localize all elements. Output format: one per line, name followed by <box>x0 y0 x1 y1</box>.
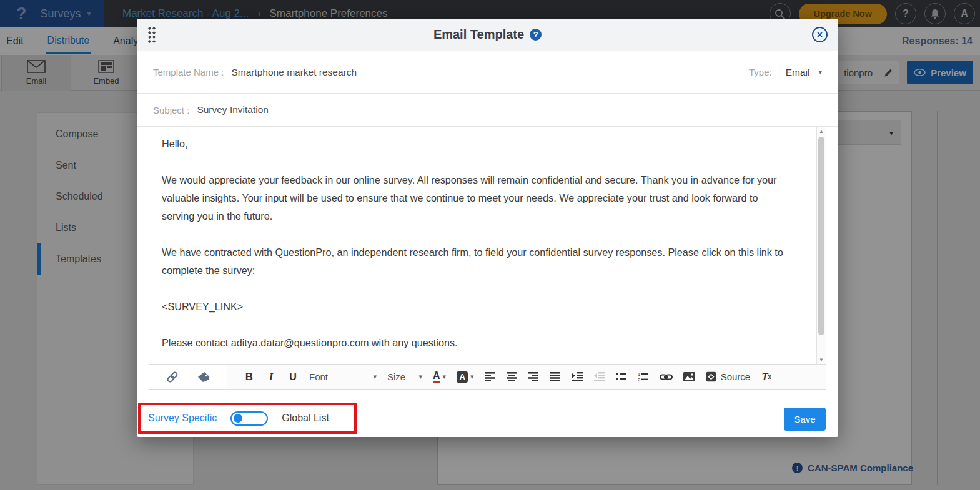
body-paragraph: Please contact aditya.datar@questionpro.… <box>162 334 793 352</box>
modal-header: Email Template ? × <box>137 19 838 51</box>
bulleted-list-button[interactable] <box>616 368 627 386</box>
increase-indent-button[interactable] <box>572 368 583 386</box>
chevron-down-icon: ▾ <box>443 373 447 381</box>
background-color-icon: A <box>457 371 468 383</box>
help-badge-icon[interactable]: ? <box>530 29 542 41</box>
template-name-input[interactable]: Smartphone market research <box>231 67 749 78</box>
type-dropdown[interactable]: Type: Email ▾ <box>749 67 822 78</box>
editor-toolbar: B I U Font ▾ Size ▾ A ▾ A ▾ <box>149 364 826 389</box>
size-dropdown-label: Size <box>387 371 405 382</box>
background-color-button[interactable]: A ▾ <box>457 368 474 386</box>
align-center-button[interactable] <box>507 368 518 386</box>
image-icon <box>683 372 695 381</box>
remove-format-button[interactable]: Tx <box>761 368 772 386</box>
type-value: Email <box>786 67 810 78</box>
align-right-icon <box>528 372 539 381</box>
align-center-icon <box>507 372 517 381</box>
email-template-modal: Email Template ? × Template Name : Smart… <box>137 19 838 437</box>
svg-text:2: 2 <box>638 377 640 382</box>
align-left-icon <box>485 372 495 381</box>
editor-scrollbar[interactable]: ▲ ▼ <box>816 127 826 364</box>
font-dropdown-label: Font <box>309 371 328 382</box>
body-paragraph: We have contracted with QuestionPro, an … <box>162 243 793 280</box>
remove-format-x: x <box>768 373 772 380</box>
template-name-row: Template Name : Smartphone market resear… <box>137 51 838 94</box>
body-paragraph: Hello, <box>162 135 793 153</box>
body-paragraph: We would appreciate your feedback in our… <box>162 171 793 225</box>
text-color-icon: A <box>433 371 440 383</box>
save-button[interactable]: Save <box>784 408 826 431</box>
decrease-indent-button[interactable] <box>594 368 605 386</box>
text-color-button[interactable]: A ▾ <box>433 368 446 386</box>
subject-label: Subject : <box>153 105 189 115</box>
insert-image-button[interactable] <box>683 368 695 386</box>
tag-icon <box>197 371 210 383</box>
link-icon <box>660 373 673 381</box>
scroll-up-icon[interactable]: ▲ <box>817 127 826 135</box>
underline-button[interactable]: U <box>287 368 299 386</box>
insert-link-plugin-button[interactable] <box>166 368 179 386</box>
chain-link-icon <box>166 370 179 384</box>
bold-button[interactable]: B <box>244 368 255 386</box>
close-icon: × <box>817 30 823 40</box>
close-button[interactable]: × <box>812 27 828 42</box>
email-body-editor: Hello, We would appreciate your feedback… <box>149 127 826 390</box>
align-right-button[interactable] <box>528 368 540 386</box>
source-label: Source <box>721 371 751 382</box>
annotation-red-box: Survey Specific Global List <box>138 403 357 434</box>
subject-input[interactable]: Survey Invitation <box>197 104 822 115</box>
modal-footer: Survey Specific Global List Save <box>137 390 838 438</box>
subject-row: Subject : Survey Invitation <box>137 94 838 127</box>
font-family-dropdown[interactable]: Font ▾ <box>309 371 377 382</box>
outdent-icon <box>594 372 605 381</box>
justify-button[interactable] <box>550 368 562 386</box>
chevron-down-icon: ▾ <box>818 68 822 76</box>
global-list-label[interactable]: Global List <box>282 413 329 424</box>
editor-toolbar-main-group: B I U Font ▾ Size ▾ A ▾ A ▾ <box>227 365 826 389</box>
italic-button[interactable]: I <box>265 368 277 386</box>
editor-toolbar-plugins-group <box>149 365 227 389</box>
chevron-down-icon: ▾ <box>418 373 422 381</box>
align-left-button[interactable] <box>485 368 496 386</box>
email-body-textarea[interactable]: Hello, We would appreciate your feedback… <box>149 127 826 364</box>
remove-format-T: T <box>761 371 768 383</box>
numbered-list-button[interactable]: 1 2 <box>638 368 649 386</box>
svg-text:1: 1 <box>638 372 640 377</box>
type-label: Type: <box>749 67 772 77</box>
source-code-icon <box>706 371 716 382</box>
drag-handle-icon[interactable] <box>147 26 156 44</box>
merge-tags-button[interactable] <box>197 368 210 386</box>
template-name-label: Template Name : <box>153 67 224 77</box>
chevron-down-icon: ▾ <box>373 373 377 381</box>
indent-icon <box>572 372 583 381</box>
scrollbar-thumb[interactable] <box>818 137 824 335</box>
chevron-down-icon: ▾ <box>470 373 474 381</box>
survey-specific-label[interactable]: Survey Specific <box>148 413 217 424</box>
modal-title: Email Template <box>433 27 524 42</box>
insert-link-button[interactable] <box>660 368 673 386</box>
bulleted-list-icon <box>616 372 626 381</box>
justify-icon <box>550 372 561 381</box>
source-button[interactable]: Source <box>706 368 751 386</box>
body-paragraph: <SURVEY_LINK> <box>162 298 793 316</box>
toggle-knob <box>234 414 242 423</box>
font-size-dropdown[interactable]: Size ▾ <box>387 371 422 382</box>
scroll-down-icon[interactable]: ▼ <box>817 355 826 364</box>
numbered-list-icon: 1 2 <box>638 372 648 382</box>
list-scope-toggle[interactable] <box>230 411 268 426</box>
